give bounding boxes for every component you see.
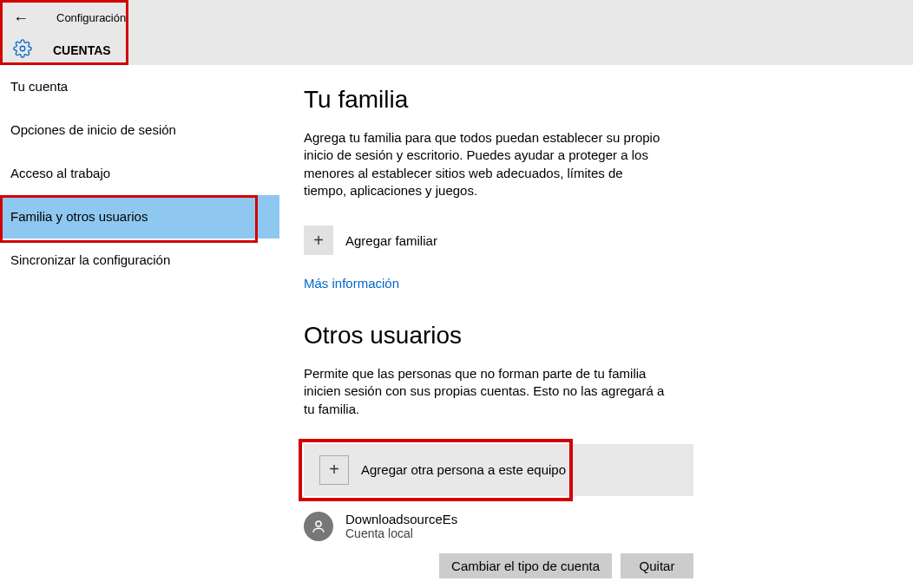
add-other-label: Agregar otra persona a este equipo: [361, 462, 566, 477]
family-title: Tu familia: [304, 86, 713, 114]
back-arrow-icon[interactable]: ←: [13, 10, 29, 28]
header-highlight-box: ← Configuración CUENTAS: [0, 0, 128, 65]
user-type: Cuenta local: [345, 526, 457, 540]
header-bar: ← Configuración CUENTAS: [0, 0, 913, 65]
others-desc: Permite que las personas que no forman p…: [304, 365, 668, 418]
change-account-type-button[interactable]: Cambiar el tipo de cuenta: [439, 553, 612, 578]
svg-point-0: [20, 46, 25, 51]
config-label: Configuración: [56, 11, 126, 24]
plus-icon[interactable]: +: [319, 455, 349, 485]
plus-icon[interactable]: +: [304, 225, 333, 255]
svg-point-1: [316, 521, 321, 526]
sidebar-item-familia[interactable]: Familia y otros usuarios: [0, 195, 279, 238]
add-other-user-row[interactable]: + Agregar otra persona a este equipo: [304, 444, 693, 496]
others-title: Otros usuarios: [304, 322, 713, 350]
sidebar-item-tu-cuenta[interactable]: Tu cuenta: [0, 65, 279, 108]
add-family-label: Agregar familiar: [345, 233, 437, 248]
avatar-icon: [304, 512, 333, 541]
user-row[interactable]: DownloadsourceEs Cuenta local: [304, 505, 693, 546]
sidebar: Tu cuenta Opciones de inicio de sesión A…: [0, 65, 279, 578]
more-info-link[interactable]: Más información: [304, 276, 399, 291]
remove-button[interactable]: Quitar: [621, 553, 693, 578]
accounts-label: CUENTAS: [53, 43, 111, 57]
main-panel: Tu familia Agrega tu familia para que to…: [279, 65, 713, 578]
family-desc: Agrega tu familia para que todos puedan …: [304, 129, 668, 199]
sidebar-item-sincronizar[interactable]: Sincronizar la configuración: [0, 238, 279, 282]
add-family-row[interactable]: + Agregar familiar: [304, 225, 713, 255]
sidebar-item-inicio-sesion[interactable]: Opciones de inicio de sesión: [0, 108, 279, 152]
sidebar-item-acceso-trabajo[interactable]: Acceso al trabajo: [0, 152, 279, 195]
gear-icon[interactable]: [13, 39, 32, 61]
user-name: DownloadsourceEs: [345, 512, 457, 526]
